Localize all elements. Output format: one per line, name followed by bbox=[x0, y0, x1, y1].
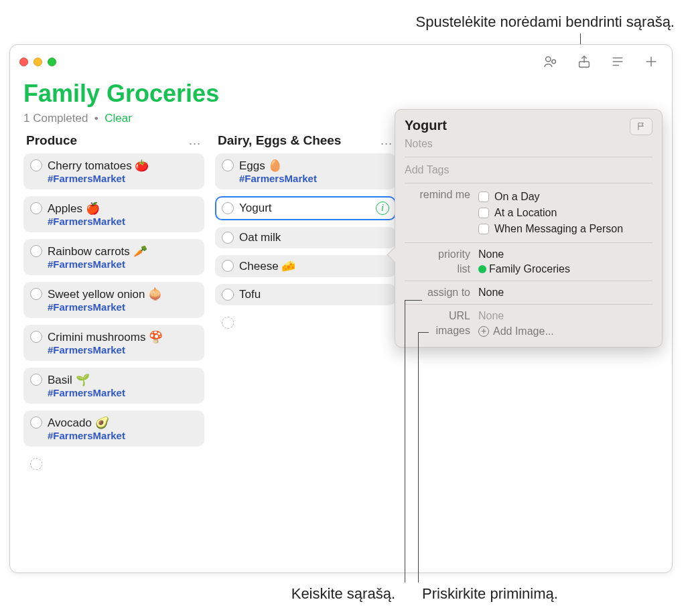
annotation-share: Spustelėkite norėdami bendrinti sąrašą. bbox=[248, 13, 675, 31]
tags-field[interactable]: Add Tags bbox=[405, 161, 652, 179]
complete-toggle[interactable] bbox=[30, 288, 42, 300]
checkbox-icon[interactable] bbox=[478, 224, 489, 234]
reminder-title: Crimini mushrooms 🍄 bbox=[48, 330, 198, 344]
reminder-item[interactable]: Tofu bbox=[215, 284, 396, 305]
add-reminder-icon[interactable] bbox=[644, 54, 659, 69]
collaborate-icon[interactable] bbox=[543, 54, 558, 69]
reminder-item[interactable]: Cherry tomatoes 🍅 #FarmersMarket bbox=[23, 153, 204, 189]
add-reminder-circle-icon[interactable] bbox=[30, 458, 42, 470]
complete-toggle[interactable] bbox=[222, 159, 234, 171]
reminder-item[interactable]: Oat milk bbox=[215, 227, 396, 248]
annotation-leader-line bbox=[418, 332, 419, 583]
remind-me-label: remind me bbox=[405, 189, 478, 201]
remind-option-label: On a Day bbox=[494, 191, 540, 203]
remind-at-location[interactable]: At a Location bbox=[478, 205, 652, 221]
plus-circle-icon: + bbox=[478, 326, 489, 337]
reminder-tag[interactable]: #FarmersMarket bbox=[48, 387, 198, 398]
complete-toggle[interactable] bbox=[222, 232, 234, 244]
remind-when-messaging[interactable]: When Messaging a Person bbox=[478, 221, 652, 237]
column-produce: Produce … Cherry tomatoes 🍅 #FarmersMark… bbox=[23, 133, 204, 481]
list-label: list bbox=[405, 263, 478, 275]
reminder-title: Apples 🍎 bbox=[48, 202, 198, 216]
reminder-title: Oat milk bbox=[239, 231, 389, 244]
reminder-tag[interactable]: #FarmersMarket bbox=[239, 173, 389, 184]
reminder-item[interactable]: Basil 🌱 #FarmersMarket bbox=[23, 368, 204, 404]
completed-count[interactable]: 1 Completed bbox=[23, 112, 88, 125]
reminder-tag[interactable]: #FarmersMarket bbox=[48, 216, 198, 227]
close-window-button[interactable] bbox=[19, 58, 28, 66]
priority-label: priority bbox=[405, 248, 478, 260]
detail-title[interactable]: Yogurt bbox=[405, 118, 447, 133]
reminder-title: Rainbow carrots 🥕 bbox=[48, 244, 198, 258]
complete-toggle[interactable] bbox=[30, 159, 42, 171]
notes-field[interactable]: Notes bbox=[405, 135, 652, 153]
reminder-tag[interactable]: #FarmersMarket bbox=[48, 344, 198, 356]
complete-toggle[interactable] bbox=[222, 289, 234, 301]
complete-toggle[interactable] bbox=[30, 331, 42, 343]
column-title: Dairy, Eggs & Chees bbox=[218, 133, 341, 148]
add-reminder-circle-icon[interactable] bbox=[222, 317, 234, 329]
assign-to-label: assign to bbox=[405, 287, 478, 299]
complete-toggle[interactable] bbox=[30, 374, 42, 386]
list-value[interactable]: Family Groceries bbox=[478, 263, 652, 275]
flag-button[interactable] bbox=[630, 118, 652, 135]
reminder-item[interactable]: Avocado 🥑 #FarmersMarket bbox=[23, 410, 204, 447]
view-options-icon[interactable] bbox=[610, 54, 625, 69]
reminder-item[interactable]: Cheese 🧀 bbox=[215, 255, 396, 277]
share-icon[interactable] bbox=[577, 54, 592, 69]
checkbox-icon[interactable] bbox=[478, 208, 489, 218]
priority-value[interactable]: None bbox=[478, 248, 652, 260]
complete-toggle[interactable] bbox=[30, 416, 42, 429]
column-dairy: Dairy, Eggs & Chees … Eggs 🥚 #FarmersMar… bbox=[215, 133, 396, 481]
complete-toggle[interactable] bbox=[222, 202, 234, 214]
annotation-bottom: Keiskite sąrašą. Priskirkite priminimą. bbox=[241, 585, 558, 603]
add-image-button[interactable]: + Add Image... bbox=[478, 325, 554, 337]
column-menu-icon[interactable]: … bbox=[380, 133, 393, 148]
annotation-assign: Priskirkite priminimą. bbox=[402, 585, 558, 603]
reminder-title: Sweet yellow onion 🧅 bbox=[48, 287, 198, 301]
separator-dot: • bbox=[94, 112, 98, 125]
flag-icon bbox=[636, 122, 646, 131]
add-image-label: Add Image... bbox=[493, 325, 554, 337]
reminder-title: Basil 🌱 bbox=[48, 373, 198, 387]
complete-toggle[interactable] bbox=[30, 202, 42, 214]
info-icon[interactable]: i bbox=[376, 202, 389, 215]
remind-option-label: When Messaging a Person bbox=[494, 223, 623, 235]
list-color-icon bbox=[478, 265, 486, 273]
checkbox-icon[interactable] bbox=[478, 191, 489, 202]
reminder-item[interactable]: Eggs 🥚 #FarmersMarket bbox=[215, 153, 396, 189]
reminder-title: Cherry tomatoes 🍅 bbox=[48, 159, 198, 173]
images-label: images bbox=[405, 325, 478, 337]
reminders-window: Family Groceries 1 Completed • Clear Pro… bbox=[9, 44, 673, 573]
reminder-title: Tofu bbox=[239, 288, 389, 301]
complete-toggle[interactable] bbox=[222, 260, 234, 272]
url-value[interactable]: None bbox=[478, 310, 652, 322]
reminder-tag[interactable]: #FarmersMarket bbox=[48, 430, 198, 441]
column-menu-icon[interactable]: … bbox=[188, 133, 202, 148]
reminder-detail-popover: Yogurt Notes Add Tags remind me On a Day… bbox=[395, 109, 663, 348]
svg-point-0 bbox=[546, 57, 551, 62]
reminder-title: Avocado 🥑 bbox=[48, 416, 198, 430]
reminder-item-selected[interactable]: Yogurt i bbox=[215, 196, 396, 220]
reminder-tag[interactable]: #FarmersMarket bbox=[48, 301, 198, 313]
annotation-change-list: Keiskite sąrašą. bbox=[241, 585, 402, 603]
toolbar bbox=[543, 54, 665, 69]
reminder-item[interactable]: Crimini mushrooms 🍄 #FarmersMarket bbox=[23, 325, 204, 361]
assign-to-value[interactable]: None bbox=[478, 287, 652, 299]
clear-button[interactable]: Clear bbox=[105, 112, 132, 125]
complete-toggle[interactable] bbox=[30, 245, 42, 257]
reminder-tag[interactable]: #FarmersMarket bbox=[48, 258, 198, 270]
annotation-leader-line bbox=[405, 300, 405, 583]
reminder-item[interactable]: Sweet yellow onion 🧅 #FarmersMarket bbox=[23, 282, 204, 318]
new-reminder-placeholder[interactable] bbox=[215, 312, 396, 333]
fullscreen-window-button[interactable] bbox=[48, 58, 56, 66]
reminder-tag[interactable]: #FarmersMarket bbox=[48, 173, 198, 184]
reminder-title: Eggs 🥚 bbox=[239, 159, 389, 173]
minimize-window-button[interactable] bbox=[33, 58, 42, 66]
new-reminder-placeholder[interactable] bbox=[23, 453, 204, 474]
reminder-item[interactable]: Rainbow carrots 🥕 #FarmersMarket bbox=[23, 239, 204, 275]
reminder-item[interactable]: Apples 🍎 #FarmersMarket bbox=[23, 196, 204, 232]
remind-on-day[interactable]: On a Day bbox=[478, 189, 652, 205]
column-header: Dairy, Eggs & Chees … bbox=[215, 133, 396, 153]
annotation-leader-line bbox=[405, 300, 422, 301]
